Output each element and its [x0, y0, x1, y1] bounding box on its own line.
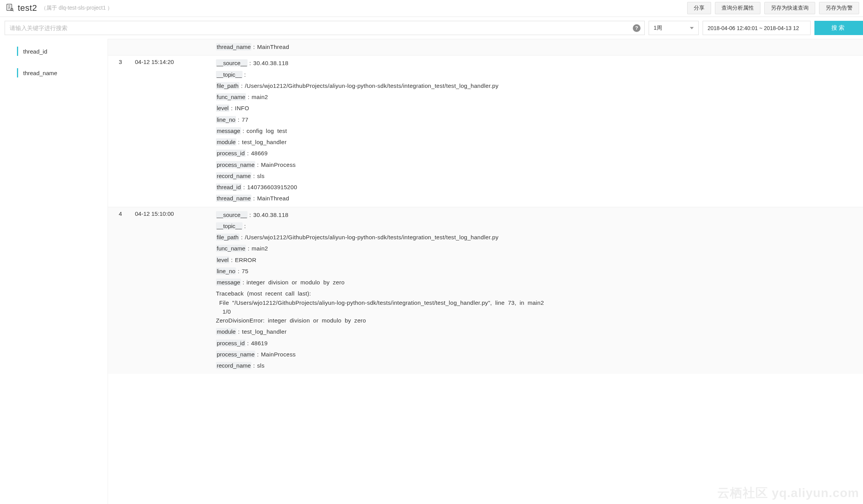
sidebar: thread_id thread_name: [0, 39, 108, 504]
log-field-separator: :: [242, 184, 245, 190]
log-field: __topic__ :: [216, 70, 859, 79]
time-range-select[interactable]: 1周: [649, 21, 699, 35]
log-field-key[interactable]: message: [216, 127, 241, 134]
log-field: process_id :48619: [216, 339, 859, 348]
log-field-key[interactable]: thread_name: [216, 43, 251, 50]
log-field: message :config log test: [216, 126, 859, 135]
log-field-key[interactable]: process_name: [216, 161, 255, 168]
log-table-container: thread_name :MainThread304-12 15:14:20__…: [108, 39, 863, 504]
sidebar-item-thread-id[interactable]: thread_id: [0, 40, 108, 62]
log-time: [131, 39, 212, 55]
log-content: thread_name :MainThread: [212, 39, 863, 55]
log-field-value: integer division or modulo by zero: [244, 279, 344, 286]
log-field-value: 30.40.38.118: [251, 212, 288, 218]
page-subtitle: （属于 dlq-test-sls-project1 ）: [41, 5, 113, 12]
help-icon[interactable]: ?: [633, 24, 641, 32]
log-field-value: sls: [255, 362, 265, 369]
log-field-key[interactable]: __topic__: [216, 71, 243, 78]
sidebar-item-label: thread_id: [17, 48, 47, 55]
header-buttons: 分享 查询分析属性 另存为快速查询 另存为告警: [687, 2, 859, 14]
log-field-value: 48619: [249, 340, 268, 346]
log-field: message :integer division or modulo by z…: [216, 278, 859, 287]
log-field: thread_name :MainThread: [216, 42, 859, 51]
log-field-key[interactable]: file_path: [216, 234, 239, 241]
log-content: __source__ :30.40.38.118__topic__ :file_…: [212, 207, 863, 374]
log-field-separator: :: [251, 362, 255, 369]
log-field-key[interactable]: message: [216, 279, 241, 286]
log-field-key[interactable]: __source__: [216, 211, 248, 218]
search-bar: ? 1周 2018-04-06 12:40:01 ~ 2018-04-13 12…: [0, 17, 863, 39]
log-field: __source__ :30.40.38.118: [216, 210, 859, 219]
log-field: __topic__ :: [216, 222, 859, 230]
log-field-separator: :: [248, 212, 251, 218]
log-field-value: /Users/wjo1212/GithubProjects/aliyun-log…: [243, 234, 499, 240]
log-field-value: test_log_handler: [240, 328, 287, 335]
log-field-separator: :: [239, 82, 243, 89]
search-button[interactable]: 搜索: [814, 21, 863, 35]
log-field-value: [246, 71, 248, 78]
log-field-value: 75: [239, 268, 248, 274]
sidebar-item-thread-name[interactable]: thread_name: [0, 62, 108, 84]
log-field: module :test_log_handler: [216, 138, 859, 146]
log-field-separator: :: [255, 161, 258, 168]
log-index: 3: [108, 55, 131, 207]
log-field-value: MainProcess: [259, 161, 296, 168]
log-field: process_name :MainProcess: [216, 350, 859, 359]
log-field-separator: :: [241, 279, 244, 286]
log-field: file_path :/Users/wjo1212/GithubProjects…: [216, 233, 859, 242]
log-field-key[interactable]: process_name: [216, 351, 255, 358]
log-field-value: INFO: [233, 105, 249, 111]
log-traceback: Traceback (most recent call last): File …: [216, 289, 859, 325]
time-range-display[interactable]: 2018-04-06 12:40:01 ~ 2018-04-13 12: [703, 21, 811, 35]
query-attributes-button[interactable]: 查询分析属性: [715, 2, 760, 14]
log-time: 04-12 15:10:00: [131, 207, 212, 374]
log-field-separator: :: [251, 44, 255, 50]
log-field-key[interactable]: __topic__: [216, 222, 243, 230]
log-field: level :ERROR: [216, 255, 859, 264]
log-field-key[interactable]: line_no: [216, 116, 236, 123]
chevron-down-icon: [690, 27, 694, 29]
log-field-key[interactable]: process_id: [216, 339, 246, 347]
log-field-key[interactable]: record_name: [216, 362, 251, 369]
share-button[interactable]: 分享: [687, 2, 711, 14]
log-field-value: 140736603915200: [245, 184, 297, 190]
log-field-key[interactable]: thread_id: [216, 183, 242, 191]
log-field-key[interactable]: process_id: [216, 150, 246, 157]
search-input-wrap: ?: [5, 21, 645, 35]
log-field-value: MainProcess: [259, 351, 296, 358]
log-field-key[interactable]: func_name: [216, 245, 246, 252]
log-field: __source__ :30.40.38.118: [216, 59, 859, 67]
log-field: thread_name :MainThread: [216, 194, 859, 203]
search-input[interactable]: [5, 21, 633, 35]
log-field-value: /Users/wjo1212/GithubProjects/aliyun-log…: [243, 82, 499, 89]
log-field-separator: :: [241, 128, 244, 134]
log-field-separator: :: [246, 340, 249, 346]
log-field: module :test_log_handler: [216, 327, 859, 336]
log-field-value: sls: [255, 173, 265, 179]
save-alert-button[interactable]: 另存为告警: [819, 2, 859, 14]
log-field-key[interactable]: module: [216, 138, 236, 146]
log-field-value: config log test: [244, 128, 287, 134]
log-field-separator: :: [236, 328, 239, 335]
log-field-key[interactable]: level: [216, 104, 229, 112]
log-field-key[interactable]: module: [216, 328, 236, 335]
log-field-key[interactable]: line_no: [216, 267, 236, 275]
log-field-separator: :: [236, 116, 239, 123]
log-field-key[interactable]: thread_name: [216, 195, 251, 202]
svg-line-5: [13, 10, 13, 11]
log-field-key[interactable]: level: [216, 256, 229, 264]
table-row: thread_name :MainThread: [108, 39, 863, 55]
title-wrap: test2 （属于 dlq-test-sls-project1 ）: [5, 3, 687, 13]
log-index: 4: [108, 207, 131, 374]
log-field-value: 77: [239, 116, 248, 123]
table-row: 404-12 15:10:00__source__ :30.40.38.118_…: [108, 207, 863, 374]
log-field-separator: :: [229, 105, 233, 111]
log-field: func_name :main2: [216, 92, 859, 101]
log-field-key[interactable]: __source__: [216, 59, 248, 67]
time-range-selected: 1周: [654, 25, 662, 32]
log-field: line_no :77: [216, 115, 859, 124]
log-field-key[interactable]: record_name: [216, 172, 251, 180]
log-field-key[interactable]: file_path: [216, 82, 239, 89]
log-field-key[interactable]: func_name: [216, 93, 246, 101]
save-quick-query-button[interactable]: 另存为快速查询: [764, 2, 815, 14]
